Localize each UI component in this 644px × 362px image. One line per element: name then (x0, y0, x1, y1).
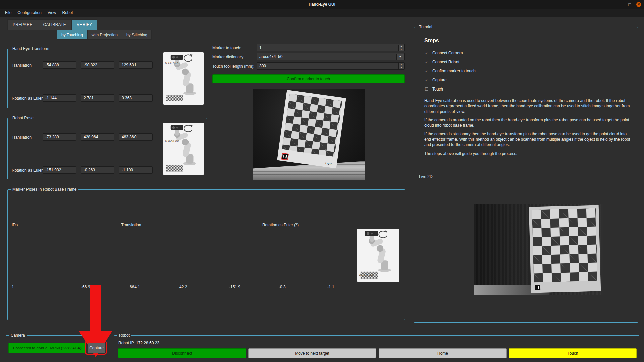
window-title: Hand-Eye GUI (309, 2, 335, 7)
robot-ip-value[interactable]: 172.28.60.23 (136, 341, 159, 345)
annotation-capture-outline (85, 341, 107, 355)
column-translation: Translation (101, 223, 161, 227)
camera-panel-title: Camera (9, 333, 27, 338)
titlebar: Hand-Eye GUI – ▢ ✕ (0, 0, 644, 9)
marker-poses-group: Marker Poses In Robot Base Frame IDs Tra… (7, 189, 405, 320)
tutorial-step-label: Connect Robot (432, 60, 459, 64)
spin-up-icon[interactable]: ▲ (399, 45, 404, 48)
spinner[interactable]: ▲▼ (398, 63, 404, 69)
check-icon: ✓ (424, 60, 429, 64)
main-tabs: PREPARE CALIBRATE VERIFY (7, 19, 97, 30)
robot-ip-label: Robot IP (118, 341, 134, 345)
touch-button[interactable]: Touch (509, 348, 637, 358)
tutorial-step: ✓Confirm marker to touch (424, 66, 476, 75)
tab-prepare[interactable]: PREPARE (7, 19, 38, 30)
tab-calibrate[interactable]: CALIBRATE (38, 19, 72, 30)
robot-pose-rotation-y[interactable]: -0.263 (81, 166, 114, 174)
robot-pose-translation-y[interactable]: 428.964 (81, 133, 114, 141)
close-icon[interactable]: ✕ (636, 2, 641, 7)
hand-eye-translation-y[interactable]: -90.822 (81, 61, 114, 69)
spin-up-icon[interactable]: ▲ (399, 63, 404, 66)
camera-capture-image: ZIVID (253, 89, 365, 180)
tutorial-step: ☐Touch (424, 84, 476, 94)
hand-eye-rotation-z[interactable]: 0.363 (119, 94, 153, 102)
confirm-marker-button[interactable]: Confirm marker to touch (212, 74, 405, 83)
spin-down-icon[interactable]: ▼ (399, 48, 404, 51)
robot-pose-rotation-z[interactable]: -1.100 (119, 166, 153, 174)
hand-eye-translation-z[interactable]: 129.631 (119, 61, 153, 69)
robot-pose-image-label: H ROB EE (165, 140, 179, 143)
marker-to-touch-label: Marker to touch: (212, 46, 241, 50)
row-rotation-y: -0.3 (279, 285, 286, 289)
marker-dictionary-value: aruco4x4_50 (259, 54, 282, 59)
minimize-icon[interactable]: – (618, 2, 623, 7)
robot-pose-illustration: H ROB EE (163, 123, 204, 175)
translation-label: Translation (12, 135, 32, 140)
check-icon: ✓ (424, 51, 429, 55)
subtab-with-projection[interactable]: with Projection (87, 30, 122, 40)
menu-robot[interactable]: Robot (59, 9, 76, 16)
hand-eye-transform-title: Hand Eye Transform (11, 46, 51, 51)
row-id: 1 (12, 285, 14, 289)
check-icon: ✓ (424, 78, 429, 82)
robot-panel-group: Robot Robot IP 172.28.60.23 Disconnect M… (114, 335, 639, 360)
tutorial-step: ✓Connect Robot (424, 57, 476, 66)
hand-eye-rotation-y[interactable]: 2.781 (81, 94, 114, 102)
hand-eye-transform-group: Hand Eye Transform Translation -54.888 -… (7, 49, 207, 108)
menu-configuration[interactable]: Configuration (14, 9, 44, 16)
column-ids: IDs (12, 223, 18, 227)
calibration-board (529, 205, 601, 293)
aruco-marker-icon (282, 154, 288, 160)
tutorial-step: ✓Capture (424, 75, 476, 84)
tutorial-paragraph: The steps above will guide you through t… (424, 151, 632, 156)
robot-pose-rotation-x[interactable]: -151.932 (43, 166, 76, 174)
tab-verify[interactable]: VERIFY (71, 19, 97, 30)
row-translation-z: 42.2 (179, 285, 187, 289)
marker-to-touch-input[interactable]: 1 ▲▼ (257, 44, 405, 51)
column-rotation: Rotation as Euler (°) (250, 223, 311, 227)
robot-pose-translation-x[interactable]: -73.289 (43, 133, 76, 141)
subtab-by-stitching[interactable]: by Stitching (122, 30, 152, 40)
row-translation-x: -66.9 (81, 285, 90, 289)
move-to-next-target-button[interactable]: Move to next target (248, 348, 376, 358)
touch-tool-length-value: 300 (259, 64, 266, 68)
annotation-arrow-shaft (90, 285, 101, 331)
robot-pose-title: Robot Pose (11, 116, 35, 120)
hand-eye-rotation-x[interactable]: -1.144 (43, 94, 76, 102)
row-translation-y: 664.1 (130, 285, 140, 289)
robot-panel-title: Robot (117, 333, 131, 338)
tutorial-title: Tutorial (417, 25, 434, 29)
tutorial-paragraphs: Hand-Eye calibration is used to convert … (424, 98, 632, 159)
marker-to-touch-value: 1 (259, 45, 262, 50)
steps-heading: Steps (424, 38, 439, 44)
window-controls: – ▢ ✕ (618, 0, 641, 9)
hand-eye-translation-x[interactable]: -54.888 (43, 61, 76, 69)
menu-file[interactable]: File (2, 9, 14, 16)
disconnect-button[interactable]: Disconnect (118, 348, 246, 358)
board-brand-text: ZIVID (325, 162, 333, 166)
camera-status-button[interactable]: Connected to Zivid 2+ MR60 (23383AGA) (8, 343, 86, 353)
dropdown-arrow-icon[interactable]: ▼ (396, 54, 404, 60)
tutorial-paragraph: If the camera is stationary then the han… (424, 131, 632, 148)
live-2d-image (474, 204, 603, 295)
tutorial-step: ✓Connect Camera (424, 48, 476, 57)
eye-in-hand-illustration: H EE CAM (163, 52, 204, 105)
marker-dictionary-select[interactable]: aruco4x4_50 ▼ (257, 53, 405, 60)
spinner[interactable]: ▲▼ (398, 45, 404, 51)
tutorial-group: Tutorial Steps ✓Connect Camera✓Connect R… (414, 27, 638, 168)
live-2d-title: Live 2D (417, 174, 434, 179)
home-button[interactable]: Home (379, 348, 507, 358)
spin-down-icon[interactable]: ▼ (399, 66, 404, 69)
marker-poses-illustration: H ROB EE (357, 229, 399, 282)
row-rotation-x: -151.9 (229, 285, 240, 289)
table-column-divider (206, 196, 206, 314)
tutorial-step-label: Connect Camera (432, 51, 463, 55)
robot-arm-icon (163, 52, 204, 105)
menu-view[interactable]: View (45, 9, 59, 16)
robot-pose-group: Robot Pose Translation -73.289 428.964 4… (7, 118, 207, 179)
subtab-by-touching[interactable]: by Touching (57, 30, 87, 40)
translation-label: Translation (12, 63, 32, 68)
robot-pose-translation-z[interactable]: 483.360 (119, 133, 153, 141)
maximize-icon[interactable]: ▢ (627, 2, 632, 7)
touch-tool-length-input[interactable]: 300 ▲▼ (257, 62, 405, 70)
